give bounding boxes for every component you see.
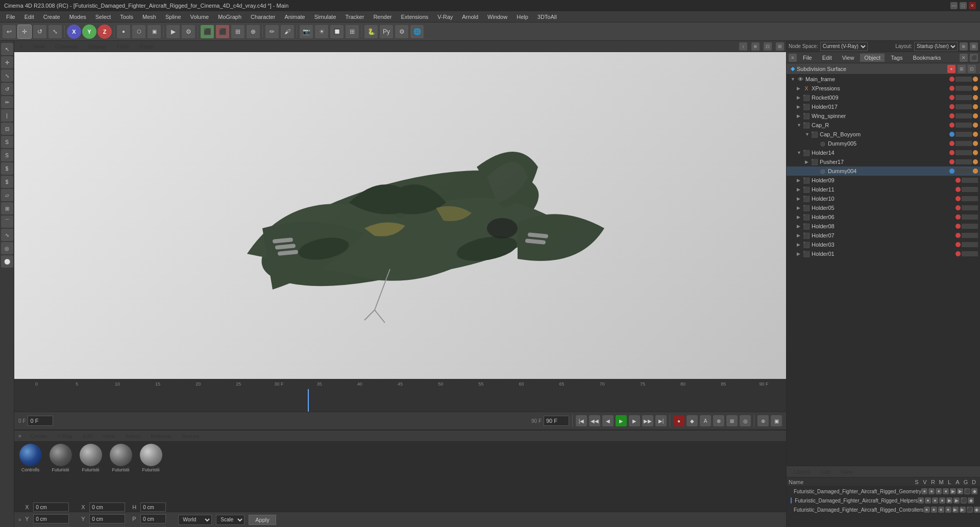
minimize-button[interactable]: — bbox=[950, 2, 958, 9]
tree-item-holder07[interactable]: ▶ ⬛ Holder07 bbox=[787, 231, 980, 240]
l-icon-l[interactable]: ▶ bbox=[950, 488, 956, 494]
material-swatch-4[interactable]: Futuristii bbox=[137, 444, 165, 472]
expand-holder07[interactable]: ▶ bbox=[797, 233, 802, 238]
expand-holder11[interactable]: ▶ bbox=[797, 187, 802, 192]
menu-tools[interactable]: Tools bbox=[116, 13, 137, 21]
current-frame-input[interactable] bbox=[28, 416, 53, 426]
p-input[interactable] bbox=[140, 514, 166, 523]
vis-dot[interactable] bbox=[955, 178, 961, 183]
scale-tool[interactable]: ⤡ bbox=[48, 25, 62, 39]
scale-tool-left[interactable]: ⤡ bbox=[1, 69, 13, 82]
l-icon-g2[interactable]: ⬛ bbox=[967, 507, 973, 513]
layer-item-1[interactable]: Futuristic_Damaged_Fighter_Aircraft_Rigg… bbox=[787, 496, 980, 505]
l-icon-s[interactable]: ● bbox=[921, 488, 927, 494]
viewport-icon3[interactable]: ⊡ bbox=[764, 42, 772, 51]
menu-window[interactable]: Window bbox=[483, 13, 511, 21]
vis-dot[interactable] bbox=[955, 196, 961, 201]
prev-frame-btn[interactable]: ◀ bbox=[602, 415, 614, 426]
material-menu-icon[interactable]: ≡ bbox=[18, 434, 21, 439]
menu-vray[interactable]: V-Ray bbox=[433, 13, 457, 21]
vis-dot[interactable] bbox=[949, 113, 954, 118]
loop-tool[interactable]: ⊡ bbox=[1, 123, 13, 135]
poly-pen-tool[interactable]: ✏ bbox=[1, 96, 13, 108]
tag-dot[interactable] bbox=[973, 123, 978, 128]
tree-item-holder14[interactable]: ▼ ⬛ Holder14 bbox=[787, 148, 980, 157]
menu-help[interactable]: Help bbox=[512, 13, 532, 21]
viewport-icon4[interactable]: ⊞ bbox=[776, 42, 784, 51]
py2-btn[interactable]: Py bbox=[379, 25, 394, 39]
obj-panel-icon[interactable]: ≡ bbox=[789, 54, 797, 62]
tab-tags[interactable]: Tags bbox=[887, 54, 906, 62]
vis-dot[interactable] bbox=[955, 242, 961, 247]
menu-simulate[interactable]: Simulate bbox=[310, 13, 340, 21]
mode-x[interactable]: X bbox=[67, 25, 81, 39]
subdivision-icon2[interactable]: ⊞ bbox=[958, 65, 966, 73]
menu-volume[interactable]: Volume bbox=[186, 13, 213, 21]
l-icon-a[interactable]: ▶ bbox=[957, 488, 963, 494]
menu-edit[interactable]: Edit bbox=[20, 13, 38, 21]
timeline-track[interactable] bbox=[14, 389, 786, 412]
motion2-btn[interactable]: ⊞ bbox=[726, 415, 738, 426]
object-mode[interactable]: ⬛ bbox=[200, 25, 214, 39]
material-swatch-3[interactable]: Futuristii bbox=[107, 444, 135, 472]
snap2-btn[interactable]: ▣ bbox=[771, 415, 782, 426]
expand-rocket[interactable]: ▶ bbox=[797, 95, 802, 100]
l-icon-s2[interactable]: ● bbox=[924, 507, 930, 513]
x-size-input[interactable] bbox=[89, 502, 125, 512]
tag-dot[interactable] bbox=[973, 95, 978, 100]
material-tab-edit[interactable]: Edit bbox=[80, 432, 95, 440]
l-icon-m1[interactable]: ● bbox=[939, 497, 945, 504]
expand-pusher17[interactable]: ▶ bbox=[805, 159, 810, 164]
l-icon-m[interactable]: ● bbox=[943, 488, 949, 494]
x-pos-input[interactable] bbox=[33, 502, 69, 512]
vis-dot[interactable] bbox=[949, 141, 954, 146]
subdivision-icon1[interactable]: ● bbox=[947, 65, 955, 73]
vis-dot[interactable] bbox=[949, 77, 954, 82]
material-tab-create[interactable]: Create bbox=[27, 432, 50, 440]
tree-item-holder017[interactable]: ▶ ⬛ Holder017 bbox=[787, 102, 980, 111]
layout-icon2[interactable]: ⊞ bbox=[970, 42, 978, 51]
tab-edit[interactable]: Edit bbox=[818, 54, 836, 62]
mode-z[interactable]: Z bbox=[97, 25, 112, 39]
menu-animate[interactable]: Animate bbox=[280, 13, 309, 21]
l-icon-l1[interactable]: ▶ bbox=[946, 497, 952, 504]
mirror-tool[interactable]: ▱ bbox=[1, 189, 13, 201]
viewport-icon2[interactable]: ⊕ bbox=[751, 42, 760, 51]
rotate-tool-left[interactable]: ↺ bbox=[1, 83, 13, 95]
expand-cap-r[interactable]: ▼ bbox=[797, 123, 802, 128]
l-icon-r2[interactable]: ● bbox=[938, 507, 944, 513]
menu-create[interactable]: Create bbox=[39, 13, 64, 21]
expand-holder06[interactable]: ▶ bbox=[797, 214, 802, 220]
motion3-btn[interactable]: ◎ bbox=[740, 415, 751, 426]
play-btn[interactable]: ▶ bbox=[166, 25, 180, 39]
tag-dot[interactable] bbox=[973, 150, 978, 155]
mode-y[interactable]: Y bbox=[82, 25, 96, 39]
end-frame-input[interactable] bbox=[544, 416, 569, 426]
record-btn[interactable]: ● bbox=[673, 415, 684, 426]
tag-dot[interactable] bbox=[973, 77, 978, 82]
y-size-input[interactable] bbox=[89, 514, 125, 523]
menu-arnold[interactable]: Arnold bbox=[458, 13, 482, 21]
playhead[interactable] bbox=[308, 389, 309, 412]
tree-item-holder08[interactable]: ▶ ⬛ Holder08 bbox=[787, 222, 980, 231]
sculpt-tool[interactable]: $ bbox=[1, 162, 13, 175]
magnet-tool[interactable]: S bbox=[1, 136, 13, 148]
tag-dot[interactable] bbox=[973, 141, 978, 146]
expand-main-frame[interactable]: ▼ bbox=[791, 77, 796, 82]
l-icon-d2[interactable]: ◆ bbox=[974, 507, 980, 513]
tab-file[interactable]: File bbox=[799, 54, 816, 62]
polygon-mode[interactable]: ▣ bbox=[147, 25, 161, 39]
l-icon-v[interactable]: ● bbox=[928, 488, 935, 494]
points-mode[interactable]: ● bbox=[116, 25, 131, 39]
menu-mesh[interactable]: Mesh bbox=[138, 13, 160, 21]
move-tool[interactable]: ✛ bbox=[17, 25, 32, 39]
layers-edit-tab[interactable]: Edit bbox=[818, 468, 834, 476]
object-mode2[interactable]: ⬛ bbox=[215, 25, 230, 39]
l-icon-a2[interactable]: ▶ bbox=[960, 507, 966, 513]
expand-holder05[interactable]: ▶ bbox=[797, 205, 802, 210]
material-swatch-0[interactable]: Controlls bbox=[16, 444, 44, 472]
viewport-cameras-menu[interactable]: Cameras bbox=[52, 42, 81, 51]
undo-button[interactable]: ↩ bbox=[2, 25, 16, 39]
expand-wing[interactable]: ▶ bbox=[797, 113, 802, 118]
layer-item-0[interactable]: Futuristic_Damaged_Fighter_Aircraft_Rigg… bbox=[787, 487, 980, 496]
